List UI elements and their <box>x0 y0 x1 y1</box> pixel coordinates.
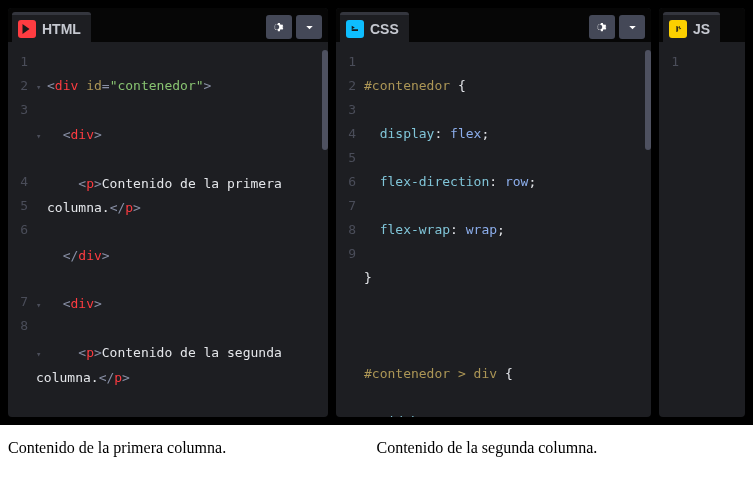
css-icon <box>346 20 364 38</box>
js-editor[interactable]: 1 <box>659 42 745 417</box>
gear-icon <box>273 21 286 34</box>
panel-html-header: HTML <box>8 8 328 42</box>
tab-html-title: HTML <box>42 21 81 37</box>
scrollbar[interactable] <box>322 50 328 150</box>
tab-js[interactable]: JS <box>663 12 720 42</box>
settings-button[interactable] <box>589 15 615 39</box>
css-editor[interactable]: 123456789 #contenedor { display: flex; f… <box>336 42 651 417</box>
panel-js: JS 1 <box>659 8 745 417</box>
settings-button[interactable] <box>266 15 292 39</box>
preview-col-1: Contenido de la primera columna. <box>8 439 377 488</box>
js-code <box>687 50 745 409</box>
tab-css[interactable]: CSS <box>340 12 409 42</box>
chevron-down-icon <box>303 21 316 34</box>
expand-button[interactable] <box>619 15 645 39</box>
js-gutter: 1 <box>659 50 687 409</box>
preview-pane: Contenido de la primera columna. Conteni… <box>0 425 753 502</box>
css-gutter: 123456789 <box>336 50 364 409</box>
html-gutter: 123 456 78 <box>8 50 36 409</box>
html-code: ▾<div id="contenedor"> ▾ <div> <p>Conten… <box>36 50 328 409</box>
tab-js-title: JS <box>693 21 710 37</box>
expand-button[interactable] <box>296 15 322 39</box>
panel-css-actions <box>589 15 645 39</box>
js-icon <box>669 20 687 38</box>
panel-css-header: CSS <box>336 8 651 42</box>
panel-html: HTML 123 456 78 ▾<div id="contenedor"> ▾… <box>8 8 328 417</box>
panel-html-actions <box>266 15 322 39</box>
html-editor[interactable]: 123 456 78 ▾<div id="contenedor"> ▾ <div… <box>8 42 328 417</box>
scrollbar[interactable] <box>645 50 651 150</box>
preview-col-2: Contenido de la segunda columna. <box>377 439 746 488</box>
tab-html[interactable]: HTML <box>12 12 91 42</box>
panel-js-header: JS <box>659 8 745 42</box>
chevron-down-icon <box>626 21 639 34</box>
editor-panels: HTML 123 456 78 ▾<div id="contenedor"> ▾… <box>0 0 753 425</box>
tab-css-title: CSS <box>370 21 399 37</box>
html-icon <box>18 20 36 38</box>
gear-icon <box>596 21 609 34</box>
panel-css: CSS 123456789 #contenedor { display: fle… <box>336 8 651 417</box>
css-code: #contenedor { display: flex; flex-direct… <box>364 50 651 409</box>
